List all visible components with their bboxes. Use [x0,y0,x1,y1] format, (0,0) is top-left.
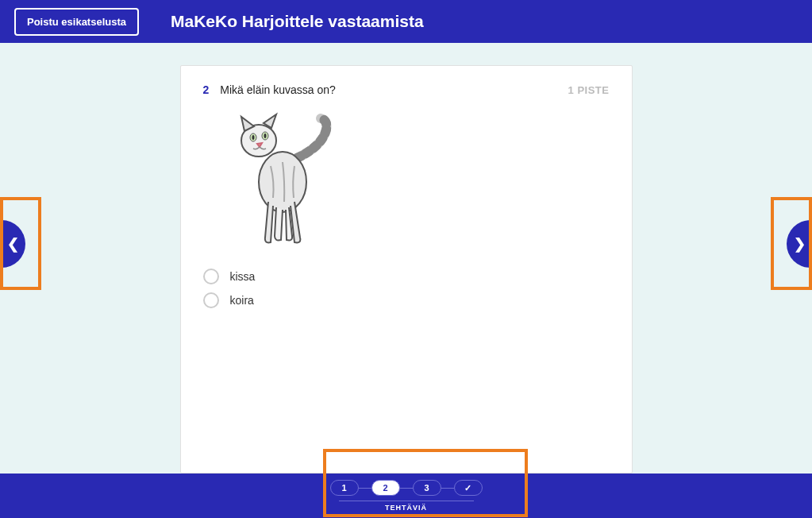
option-0[interactable]: kissa [203,269,610,284]
radio-icon [203,269,219,284]
header: Poistu esikatselusta MaKeKo Harjoittele … [0,0,812,43]
option-1[interactable]: koira [203,292,610,308]
svg-point-4 [252,135,254,140]
pager: 1 2 3 ✓ [330,480,483,496]
option-label: koira [230,294,254,307]
question-points: 1 PISTE [568,84,610,96]
svg-point-5 [264,133,266,138]
check-icon: ✓ [464,483,471,493]
pager-connector [441,488,454,489]
svg-point-0 [259,152,306,212]
pager-page-3[interactable]: 3 [413,480,441,496]
footer-label: TEHTÄVIÄ [339,501,474,512]
pager-connector [400,488,413,489]
question-number: 2 [203,83,210,96]
chevron-left-icon: ❮ [7,235,19,253]
question-image-cat [227,110,342,249]
pager-page-2[interactable]: 2 [371,480,400,496]
radio-icon [203,292,219,308]
main-content: 2 Mikä eläin kuvassa on? 1 PISTE [0,43,812,474]
question-header: 2 Mikä eläin kuvassa on? 1 PISTE [203,83,610,96]
option-label: kissa [230,270,256,283]
options-list: kissa koira [203,269,610,308]
prev-question-button[interactable]: ❮ [0,197,44,290]
pager-finish-button[interactable]: ✓ [454,480,483,496]
question-card: 2 Mikä eläin kuvassa on? 1 PISTE [180,65,633,474]
pager-connector [359,488,371,489]
question-text: Mikä eläin kuvassa on? [220,83,336,96]
exit-preview-button[interactable]: Poistu esikatselusta [14,8,139,36]
page-title: MaKeKo Harjoittele vastaamista [171,12,424,31]
next-question-button[interactable]: ❯ [768,197,812,290]
footer-pager: 1 2 3 ✓ TEHTÄVIÄ [0,474,812,518]
pager-page-1[interactable]: 1 [330,480,359,496]
chevron-right-icon: ❯ [794,235,806,253]
